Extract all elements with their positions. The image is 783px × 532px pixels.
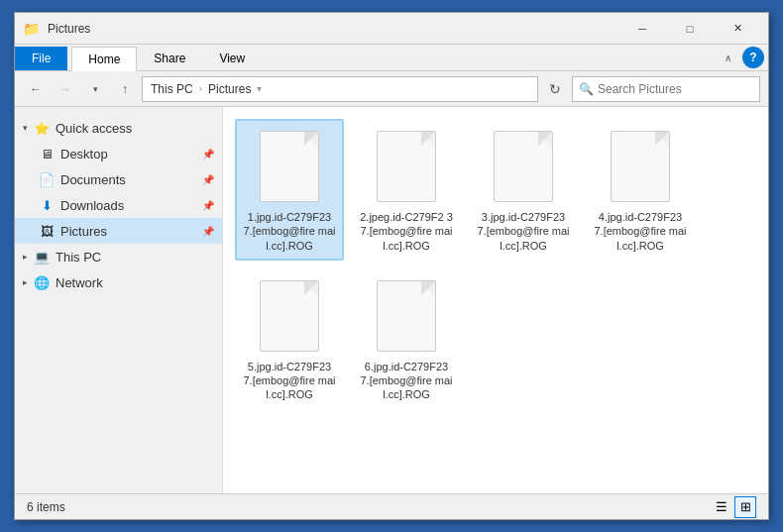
close-button[interactable]: ✕ <box>715 13 760 45</box>
sidebar-label-quick-access: Quick access <box>56 121 132 136</box>
help-button[interactable]: ? <box>742 47 764 68</box>
file-name-1: 1.jpg.id-C279F23 7.[embog@fire mail.cc].… <box>243 210 336 253</box>
sidebar-item-network[interactable]: ▸ 🌐 Network <box>15 269 222 295</box>
file-icon-4 <box>606 127 675 206</box>
file-item-6[interactable]: 6.jpg.id-C279F23 7.[embog@fire mail.cc].… <box>352 268 461 410</box>
sidebar-item-documents[interactable]: 📄 Documents 📌 <box>15 166 222 192</box>
recent-locations-button[interactable]: ▾ <box>82 76 108 102</box>
desktop-icon: 🖥 <box>39 146 55 161</box>
file-icon-6 <box>372 276 441 356</box>
breadcrumb-thispc[interactable]: This PC <box>151 82 193 96</box>
documents-icon: 📄 <box>39 171 55 187</box>
tab-home[interactable]: Home <box>71 47 137 71</box>
title-bar-icons: 📁 <box>23 21 40 37</box>
details-view-button[interactable]: ☰ <box>711 496 732 518</box>
tab-share[interactable]: Share <box>137 47 202 70</box>
sidebar-label-desktop: Desktop <box>60 147 108 161</box>
chevron-icon: ▾ <box>23 123 28 133</box>
pin-icon-downloads: 📌 <box>202 200 214 211</box>
file-icon-3 <box>489 127 558 206</box>
tab-file[interactable]: File <box>15 47 67 70</box>
item-count: 6 items <box>27 500 65 514</box>
large-icons-view-button[interactable]: ⊞ <box>734 496 756 518</box>
file-name-2: 2.jpeg.id-C279F2 37.[embog@fire mail.cc]… <box>360 210 453 253</box>
pin-icon-pictures: 📌 <box>202 226 214 237</box>
sidebar-label-documents: Documents <box>60 172 126 187</box>
breadcrumb-sep1: › <box>199 83 202 94</box>
ribbon-tabs: File Home Share View ∧ ? <box>15 45 768 70</box>
view-controls: ☰ ⊞ <box>711 496 756 518</box>
title-bar: 📁 Pictures ─ □ ✕ <box>15 13 768 45</box>
network-icon: 🌐 <box>34 274 50 290</box>
sidebar-label-pictures: Pictures <box>60 224 107 239</box>
tab-view[interactable]: View <box>202 47 262 70</box>
file-item-4[interactable]: 4.jpg.id-C279F23 7.[embog@fire mail.cc].… <box>586 119 695 261</box>
ribbon: File Home Share View ∧ ? <box>15 45 768 71</box>
file-icon-1 <box>255 127 324 206</box>
sidebar-item-quick-access[interactable]: ▾ ⭐ Quick access <box>15 115 222 141</box>
file-name-6: 6.jpg.id-C279F23 7.[embog@fire mail.cc].… <box>360 360 453 402</box>
sidebar-item-downloads[interactable]: ⬇ Downloads 📌 <box>15 192 222 218</box>
file-item-1[interactable]: 1.jpg.id-C279F23 7.[embog@fire mail.cc].… <box>235 119 344 261</box>
file-item-2[interactable]: 2.jpeg.id-C279F2 37.[embog@fire mail.cc]… <box>352 119 461 261</box>
addressbar: ← → ▾ ↑ This PC › Pictures ▾ ↻ 🔍 <box>15 71 768 107</box>
chevron-thispc-icon: ▸ <box>23 252 28 262</box>
file-name-4: 4.jpg.id-C279F23 7.[embog@fire mail.cc].… <box>594 210 687 253</box>
window-icon: 📁 <box>23 21 40 37</box>
breadcrumb-dropdown[interactable]: ▾ <box>257 83 262 94</box>
file-item-3[interactable]: 3.jpg.id-C279F23 7.[embog@fire mail.cc].… <box>469 119 578 261</box>
up-button[interactable]: ↑ <box>112 76 138 102</box>
ribbon-collapse-button[interactable]: ∧ <box>715 45 740 70</box>
file-name-3: 3.jpg.id-C279F23 7.[embog@fire mail.cc].… <box>477 210 570 253</box>
file-item-5[interactable]: 5.jpg.id-C279F23 7.[embog@fire mail.cc].… <box>235 268 344 410</box>
search-input[interactable] <box>598 82 753 96</box>
sidebar-item-thispc[interactable]: ▸ 💻 This PC <box>15 244 222 269</box>
sidebar-label-network: Network <box>56 275 103 290</box>
thispc-icon: 💻 <box>34 249 50 265</box>
sidebar: ▾ ⭐ Quick access 🖥 Desktop 📌 📄 Documents… <box>15 107 223 493</box>
pictures-icon: 🖼 <box>39 223 55 239</box>
file-icon-2 <box>372 127 441 206</box>
minimize-button[interactable]: ─ <box>619 13 665 45</box>
forward-button[interactable]: → <box>53 76 78 102</box>
pin-icon-desktop: 📌 <box>202 149 214 160</box>
sidebar-label-thispc: This PC <box>56 250 101 265</box>
window-title: Pictures <box>48 22 619 36</box>
sidebar-item-desktop[interactable]: 🖥 Desktop 📌 <box>15 141 222 166</box>
window-controls: ─ □ ✕ <box>619 13 760 45</box>
main-area: ▾ ⭐ Quick access 🖥 Desktop 📌 📄 Documents… <box>15 107 768 493</box>
maximize-button[interactable]: □ <box>667 13 713 45</box>
search-icon: 🔍 <box>579 82 594 96</box>
downloads-icon: ⬇ <box>39 197 55 213</box>
chevron-network-icon: ▸ <box>23 277 28 287</box>
back-button[interactable]: ← <box>23 76 49 102</box>
search-box[interactable]: 🔍 <box>572 76 760 102</box>
sidebar-label-downloads: Downloads <box>60 198 124 213</box>
file-name-5: 5.jpg.id-C279F23 7.[embog@fire mail.cc].… <box>243 360 336 402</box>
file-area-wrapper: 777 1.jpg.id-C279F23 7.[embog@fire mail.… <box>223 107 768 493</box>
sidebar-item-pictures[interactable]: 🖼 Pictures 📌 <box>15 218 222 244</box>
pin-icon-documents: 📌 <box>202 174 214 185</box>
file-icon-5 <box>255 276 324 356</box>
refresh-button[interactable]: ↻ <box>542 76 568 102</box>
status-bar: 6 items ☰ ⊞ <box>15 493 768 519</box>
breadcrumb-pictures[interactable]: Pictures <box>208 82 251 96</box>
explorer-window: 📁 Pictures ─ □ ✕ File Home Share View ∧ … <box>14 12 769 520</box>
star-icon: ⭐ <box>34 120 50 136</box>
address-box[interactable]: This PC › Pictures ▾ <box>142 76 538 102</box>
file-area: 1.jpg.id-C279F23 7.[embog@fire mail.cc].… <box>223 107 768 422</box>
